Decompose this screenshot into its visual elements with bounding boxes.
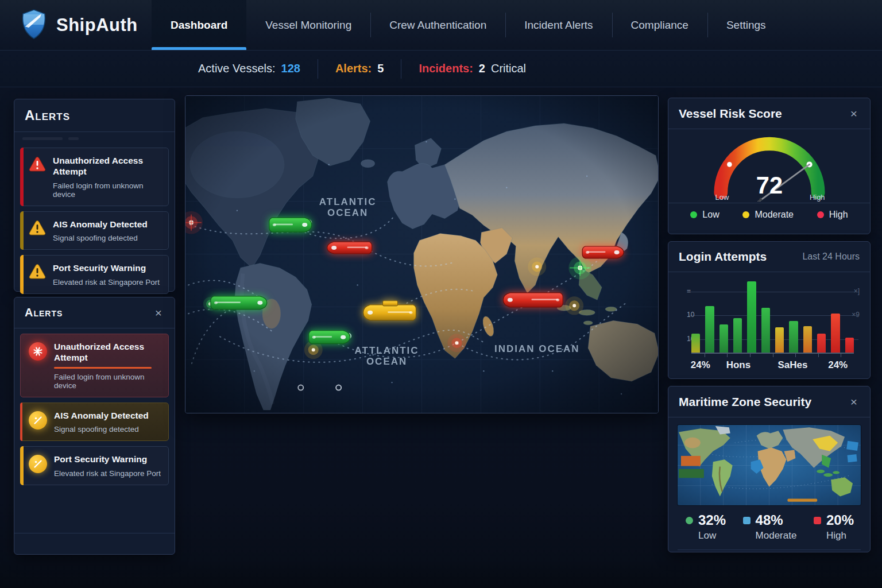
- risk-gauge: 72 Low High: [668, 129, 870, 202]
- low-dot-icon: [690, 211, 697, 218]
- alerts-panel-secondary: Alerts × Unauthorized Access Attempt Fai…: [14, 297, 175, 555]
- stat-incidents: Incidents: 2 Critical: [419, 62, 526, 75]
- login-bar-4: [733, 318, 742, 353]
- login-header: Login Attempts Last 24 Hours: [668, 242, 870, 272]
- legend-label: Moderate: [755, 210, 794, 220]
- warning-triangle-icon: [29, 264, 46, 281]
- shield-logo-icon: [21, 9, 47, 41]
- alert-card-ais-anomaly[interactable]: AIS Anomaly Detected Signal spoofing det…: [20, 211, 169, 250]
- login-title: Login Attempts: [679, 250, 767, 264]
- legend-item-low: Low: [690, 210, 719, 220]
- close-icon[interactable]: ×: [153, 305, 164, 320]
- legend-label: High: [829, 210, 848, 220]
- severity-accent: [20, 403, 22, 441]
- x-tick-label: 24%: [691, 359, 710, 371]
- world-map[interactable]: ATLANTICOCEANATTLANTICOCEANINDIAN OCEAN: [185, 95, 659, 413]
- alert-card-unauthorized-access[interactable]: Unauthorized Access Attempt Failed login…: [20, 334, 169, 397]
- login-bar-5: [747, 281, 756, 353]
- close-icon[interactable]: ×: [848, 106, 860, 121]
- login-attempts-panel: Login Attempts Last 24 Hours = ×] 10 ×9 …: [668, 241, 871, 379]
- panel-subheader-artifact: [22, 134, 167, 142]
- high-dot-icon: [817, 211, 824, 218]
- login-bar-11: [831, 314, 840, 353]
- severity-accent: [20, 211, 24, 250]
- alert-card-ais-anomaly[interactable]: AIS Anomaly Detected Signal spoofing det…: [20, 403, 169, 441]
- blocked-user-icon: [29, 342, 47, 361]
- login-chart: = ×] 10 ×9 10: [679, 281, 860, 354]
- alert-description: Signal spoofing detected: [54, 425, 161, 434]
- alert-card-unauthorized-access[interactable]: Unauthorized Access Attempt Failed login…: [20, 148, 169, 206]
- login-bar-2: [705, 306, 714, 354]
- login-bar-9: [803, 326, 812, 354]
- alert-title: AIS Anomaly Detected: [53, 219, 161, 230]
- bottom-shadow: [0, 562, 882, 588]
- alert-description: Failed login from unknown device: [53, 181, 161, 199]
- gauge-high-label: High: [809, 193, 825, 202]
- app-title: ShipAuth: [56, 15, 138, 36]
- login-range-label: Last 24 Hours: [802, 252, 860, 262]
- x-tick-label: Hons: [726, 359, 751, 371]
- close-icon[interactable]: ×: [848, 394, 860, 409]
- tab-vessel-monitoring[interactable]: Vessel Monitoring: [246, 0, 370, 50]
- zone-high-value: 20%: [826, 512, 854, 528]
- tab-incident-alerts[interactable]: Incident Alerts: [505, 0, 612, 50]
- panel-footer-divider: [14, 533, 175, 533]
- active-vessels-label: Active Vessels:: [198, 62, 276, 75]
- risk-score-value: 72: [756, 172, 782, 199]
- warning-triangle-icon: [29, 220, 46, 238]
- zone-high-label: High: [814, 530, 854, 541]
- alert-title: AIS Anomaly Detected: [54, 410, 161, 421]
- low-square-icon: [686, 517, 693, 524]
- zone-low-value: 32%: [698, 512, 726, 528]
- x-tick-label: 24%: [828, 359, 848, 371]
- zone-title: Maritime Zone Security: [679, 395, 811, 409]
- stat-active-vessels: Active Vessels: 128: [198, 62, 300, 75]
- gauge-marker-dot: [727, 162, 732, 167]
- x-axis: [691, 353, 854, 354]
- tab-crew-authentication[interactable]: Crew Authentication: [370, 0, 505, 50]
- alert-title-underline: [54, 367, 152, 369]
- alerts-label: Alerts:: [335, 62, 372, 75]
- alert-title: Port Security Warning: [53, 262, 161, 273]
- moderate-square-icon: [743, 517, 751, 524]
- tab-settings[interactable]: Settings: [707, 0, 785, 50]
- legend-label: Low: [702, 210, 719, 220]
- alert-description: Elevated risk at Singapore Port: [54, 469, 161, 478]
- login-bar-10: [817, 334, 826, 353]
- panel-footer-divider: [678, 550, 861, 550]
- warning-triangle-icon: [29, 156, 46, 174]
- login-bar-8: [789, 321, 798, 353]
- login-bar-6: [761, 308, 770, 353]
- alert-card-port-security[interactable]: Port Security Warning Elevated risk at S…: [20, 255, 169, 293]
- alert-description: Signal spoofing detected: [53, 234, 161, 242]
- y-axis-mark: =: [687, 287, 691, 295]
- alert-title: Port Security Warning: [54, 454, 161, 465]
- tab-dashboard[interactable]: Dashboard: [152, 0, 246, 50]
- zone-moderate-label: Moderate: [743, 530, 797, 541]
- zone-legend-high: 20% High: [814, 512, 854, 541]
- right-axis-mark: ×]: [854, 287, 860, 295]
- gauge-low-label: Low: [715, 193, 729, 202]
- zone-minimap: [678, 425, 861, 505]
- alert-description: Failed login from unknown device: [54, 373, 161, 390]
- legend-item-high: High: [817, 210, 848, 220]
- risk-title: Vessel Risk Score: [679, 107, 782, 121]
- stat-alerts: Alerts: 5: [335, 62, 384, 75]
- risk-legend: Low Moderate High: [668, 203, 870, 220]
- stat-divider: [401, 59, 401, 79]
- alerts-secondary-header: Alerts ×: [14, 297, 175, 328]
- incidents-label: Incidents:: [419, 62, 473, 75]
- login-bar-1: [691, 334, 700, 353]
- moderate-dot-icon: [742, 211, 749, 218]
- stats-strip: Active Vessels: 128 Alerts: 5 Incidents:…: [0, 51, 882, 87]
- vessel-risk-score-panel: Vessel Risk Score × 72 Low High Low M: [668, 98, 871, 234]
- alerts-secondary-title: Alerts: [25, 306, 63, 319]
- alert-card-port-security[interactable]: Port Security Warning Elevated risk at S…: [20, 446, 169, 485]
- signal-slash-icon: [29, 455, 47, 473]
- severity-accent: [20, 255, 24, 293]
- severity-accent: [20, 446, 24, 485]
- maritime-zone-security-panel: Maritime Zone Security ×: [668, 386, 871, 552]
- tab-compliance[interactable]: Compliance: [612, 0, 707, 50]
- zone-low-label: Low: [686, 530, 726, 541]
- alerts-value: 5: [377, 62, 384, 75]
